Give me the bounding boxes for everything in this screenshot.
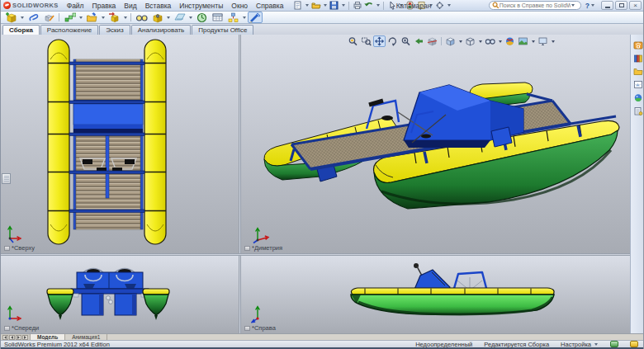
- hide-show-items-dropdown[interactable]: [497, 37, 503, 46]
- dimetric-view-canvas[interactable]: [241, 35, 630, 253]
- open-file-icon[interactable]: [310, 1, 321, 10]
- view-orientation-icon[interactable]: [444, 35, 457, 47]
- linear-component-pattern-dropdown[interactable]: [78, 13, 83, 22]
- view-palette-icon[interactable]: [632, 79, 643, 89]
- viewport-front-view[interactable]: *Спереди: [1, 256, 239, 333]
- assembly-features-icon[interactable]: [149, 12, 164, 23]
- customize-menu[interactable]: Настройка: [561, 340, 599, 349]
- appearances-icon[interactable]: [632, 92, 643, 102]
- tab-evaluate[interactable]: Анализировать: [131, 25, 192, 35]
- pan-icon[interactable]: [373, 35, 386, 47]
- tab-office-products[interactable]: Продукты Office: [192, 25, 253, 35]
- search-input[interactable]: [500, 2, 571, 8]
- show-hidden-components-icon[interactable]: [134, 12, 149, 23]
- top-view-canvas[interactable]: [1, 35, 239, 253]
- rotate-view-icon[interactable]: [386, 35, 399, 47]
- previous-view-icon[interactable]: [413, 35, 425, 47]
- new-file-icon[interactable]: [292, 1, 303, 10]
- zoom-in-out-icon[interactable]: [400, 35, 412, 47]
- file-explorer-icon[interactable]: [632, 66, 643, 76]
- status-tag-icon[interactable]: [630, 341, 638, 347]
- mate-icon[interactable]: [26, 12, 40, 23]
- apply-scene-dropdown[interactable]: [530, 37, 536, 46]
- bill-of-materials-icon[interactable]: [210, 12, 225, 23]
- right-view-canvas[interactable]: [241, 256, 630, 333]
- move-component-icon[interactable]: [107, 12, 121, 23]
- custom-properties-icon[interactable]: [632, 106, 643, 116]
- new-motion-study-icon[interactable]: [194, 12, 209, 23]
- editing-state-label: Редактируется Сборка: [484, 341, 549, 348]
- solidworks-resources-icon[interactable]: [632, 40, 643, 50]
- view-orientation-mini-icon: [4, 246, 10, 251]
- help-search-box[interactable]: [489, 1, 581, 10]
- menu-edit[interactable]: Правка: [88, 1, 121, 11]
- smart-fasteners-dropdown[interactable]: [100, 13, 106, 22]
- tab-model[interactable]: Модель: [31, 334, 65, 340]
- linear-component-pattern-icon[interactable]: [62, 12, 77, 23]
- display-style-icon[interactable]: [464, 35, 476, 47]
- edit-appearance-icon[interactable]: [504, 35, 516, 47]
- menu-window[interactable]: Окно: [227, 1, 252, 11]
- instant3d-icon[interactable]: [248, 12, 263, 23]
- tab-scroll-prev[interactable]: [9, 335, 15, 340]
- search-dropdown[interactable]: [571, 1, 576, 10]
- customize-dropdown[interactable]: [593, 340, 599, 349]
- assembly-features-dropdown[interactable]: [165, 13, 171, 22]
- menu-file[interactable]: Файл: [63, 1, 88, 11]
- solidworks-window: SOLIDWORKS Файл Правка Вид Вставка Инстр…: [0, 0, 644, 349]
- reference-geometry-icon[interactable]: [172, 12, 187, 23]
- menu-help[interactable]: Справка: [252, 1, 287, 11]
- tab-layout[interactable]: Расположение: [40, 25, 98, 35]
- toolbar-separator: [441, 37, 442, 45]
- design-library-icon[interactable]: [632, 53, 643, 63]
- help-dropdown[interactable]: [590, 1, 595, 10]
- viewport-dimetric-view[interactable]: *Диметрия: [241, 35, 630, 253]
- title-bar: SOLIDWORKS Файл Правка Вид Вставка Инстр…: [1, 0, 643, 12]
- vertical-splitter[interactable]: [239, 35, 241, 333]
- hide-show-items-icon[interactable]: [484, 35, 496, 47]
- tab-sketch[interactable]: Эскиз: [99, 25, 130, 35]
- zoom-to-fit-icon[interactable]: [347, 35, 359, 47]
- close-button[interactable]: ×: [629, 1, 642, 10]
- menu-view[interactable]: Вид: [120, 1, 140, 11]
- restore-button[interactable]: [615, 1, 627, 10]
- save-dropdown[interactable]: [340, 1, 346, 10]
- view-orientation-dropdown[interactable]: [457, 37, 463, 46]
- smart-fasteners-icon[interactable]: [84, 12, 99, 23]
- tab-scroll-first[interactable]: [2, 335, 8, 340]
- viewport-right-view[interactable]: *Справа: [241, 256, 630, 333]
- edit-component-icon[interactable]: [41, 12, 56, 23]
- insert-components-icon[interactable]: [3, 12, 18, 23]
- edition-label: SolidWorks Premium 2012 x64 Edition: [1, 341, 110, 348]
- dimetric-model: [264, 83, 619, 209]
- search-icon: [492, 2, 500, 9]
- viewport-label: *Спереди: [4, 324, 39, 332]
- exploded-view-dropdown[interactable]: [241, 13, 247, 22]
- open-file-dropdown[interactable]: [322, 1, 328, 10]
- tab-animation1[interactable]: Анимация1: [65, 334, 107, 340]
- save-icon[interactable]: [329, 1, 339, 10]
- window-controls: ×: [601, 1, 642, 10]
- front-view-canvas[interactable]: [1, 256, 239, 333]
- zoom-to-area-icon[interactable]: [360, 35, 372, 47]
- section-view-icon[interactable]: [426, 35, 438, 47]
- quick-tips-icon[interactable]: [610, 341, 618, 347]
- reference-geometry-dropdown[interactable]: [187, 13, 193, 22]
- view-settings-dropdown[interactable]: [550, 37, 556, 46]
- tab-assembly[interactable]: Сборка: [2, 25, 40, 35]
- move-component-dropdown[interactable]: [122, 13, 128, 22]
- apply-scene-icon[interactable]: [517, 35, 529, 47]
- menu-insert[interactable]: Вставка: [141, 1, 176, 11]
- exploded-view-icon[interactable]: [225, 12, 240, 23]
- minimize-button[interactable]: [601, 1, 613, 10]
- horizontal-splitter[interactable]: [1, 253, 630, 256]
- display-style-dropdown[interactable]: [477, 37, 483, 46]
- insert-components-dropdown[interactable]: [19, 13, 25, 22]
- menu-tools[interactable]: Инструменты: [175, 1, 227, 11]
- tab-scroll-last[interactable]: [22, 335, 28, 340]
- tab-scroll-next[interactable]: [16, 335, 21, 340]
- new-file-dropdown[interactable]: [304, 1, 310, 10]
- viewport-top-view[interactable]: *Сверху: [1, 35, 239, 253]
- view-settings-icon[interactable]: [537, 35, 549, 47]
- featuremanager-collapsed-tab[interactable]: [2, 173, 11, 184]
